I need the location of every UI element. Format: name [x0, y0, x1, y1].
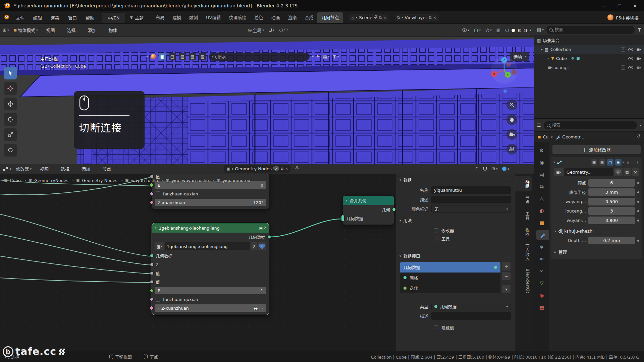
- ne-menu-add[interactable]: 添加: [78, 164, 94, 174]
- overlay-toggle[interactable]: ▾: [502, 167, 509, 171]
- collapse-icon[interactable]: ▾: [146, 55, 148, 58]
- pan-hand-icon[interactable]: [506, 114, 517, 125]
- usage-section-header[interactable]: ▾ 用法: [396, 215, 515, 225]
- search-input[interactable]: [218, 54, 306, 59]
- node-tree-selector[interactable]: ▣ ▾ Geometry Nodes ✓ ⧉ ×: [224, 165, 290, 173]
- funnel-icon[interactable]: [637, 28, 641, 32]
- sidebar-tab-node-presets[interactable]: 节点收入: [518, 241, 532, 264]
- interface-item-mesh[interactable]: 网格: [400, 273, 500, 283]
- pin-icon[interactable]: [374, 15, 377, 20]
- keyframe-dot-icon[interactable]: [637, 220, 639, 222]
- tab-compositing[interactable]: 合成: [301, 12, 317, 23]
- group-section-header[interactable]: ▾ 群组 ⋮⋮: [396, 174, 515, 185]
- search-input[interactable]: [555, 27, 632, 32]
- boolean-row[interactable]: fanzhuan-quxian: [152, 189, 269, 198]
- disable-render-camera-icon[interactable]: [636, 48, 641, 51]
- editor-type-outliner[interactable]: ▤ ▾: [537, 27, 544, 32]
- tab-tool-icon[interactable]: ⚙: [536, 146, 548, 155]
- group-name[interactable]: 1gebianshang-xiaohengliang: [165, 242, 250, 250]
- vp-menu-object[interactable]: 物体: [105, 25, 121, 35]
- socket-type-dropdown[interactable]: 几何数据 ▾: [431, 303, 511, 310]
- manage-section-header[interactable]: ▸ 管理: [551, 246, 642, 256]
- collapse-node-icon[interactable]: ▾: [155, 226, 157, 230]
- node-header[interactable]: ▾ 1gebianshang-xiaohengliang ▣ 2: [152, 223, 269, 233]
- language-toggle-button[interactable]: 中/EN: [102, 13, 125, 22]
- disable-render-camera-icon[interactable]: [636, 57, 641, 60]
- pin-icon[interactable]: [295, 166, 299, 172]
- item-menu-button[interactable]: ▾: [502, 285, 511, 293]
- properties-search[interactable]: [544, 121, 637, 129]
- ne-menu-select[interactable]: 选择: [57, 164, 73, 174]
- blender-logo-icon[interactable]: [3, 2, 11, 10]
- realtime-toggle-icon[interactable]: ▢: [607, 159, 613, 166]
- color-tag-dropdown[interactable]: 无 ▾: [431, 205, 511, 213]
- modifier-panel-header[interactable]: ▾ ▣ ▦ ▢ ◉ ▾ × ⋮⋮: [551, 157, 642, 167]
- interface-item-iteration[interactable]: 迭代: [400, 283, 500, 293]
- field-value-slider[interactable]: 0.500: [588, 198, 635, 205]
- interface-section-header[interactable]: ▾ 群组接口 ⋮⋮: [396, 250, 515, 261]
- tab-modifiers-icon[interactable]: [536, 230, 549, 240]
- snap-grid-dropdown[interactable]: ⊞ ▾: [491, 166, 497, 171]
- chevron-down-icon[interactable]: ▾: [640, 124, 641, 127]
- transform-tool[interactable]: [4, 144, 17, 157]
- hide-eye-icon[interactable]: [628, 57, 633, 60]
- add-modifier-button[interactable]: ＋ 添加修改器: [552, 145, 641, 154]
- hide-value-checkbox-row[interactable]: 隐藏值: [434, 324, 511, 331]
- tab-world-icon[interactable]: ◐: [536, 206, 548, 216]
- close-button[interactable]: ×: [627, 0, 643, 11]
- new-viewlayer-icon[interactable]: ⧉: [429, 15, 432, 20]
- editor-type-nodes[interactable]: ▾: [3, 167, 11, 171]
- menu-help[interactable]: 帮助: [82, 13, 98, 22]
- viewport-search[interactable]: [209, 53, 310, 61]
- node-header[interactable]: ▾ 合并几何: [343, 196, 394, 205]
- tab-output-icon[interactable]: ▤: [536, 170, 548, 179]
- value-socket[interactable]: [150, 272, 154, 275]
- value-socket[interactable]: [150, 175, 154, 178]
- outliner-row-scene-collection[interactable]: ▦ 场景集合: [534, 36, 644, 45]
- collapse-node-icon[interactable]: ▾: [346, 199, 347, 202]
- add-item-button[interactable]: ＋: [502, 262, 511, 270]
- shading-solid-icon[interactable]: ●: [511, 27, 515, 33]
- sidebar-tab-tool[interactable]: 工具: [518, 208, 532, 224]
- maximize-button[interactable]: □: [612, 0, 627, 11]
- breadcrumb-item[interactable]: Geometry Nodes: [82, 178, 117, 183]
- checkbox[interactable]: [156, 191, 160, 196]
- geometry-output-socket[interactable]: [392, 208, 396, 212]
- keyframe-dot-icon[interactable]: [637, 201, 639, 203]
- field-value-slider[interactable]: 3 mm: [588, 188, 635, 196]
- overlays-dropdown[interactable]: ◎ ▾: [485, 27, 492, 33]
- exclude-checkbox[interactable]: [621, 65, 625, 70]
- filter-toggle-1[interactable]: ▣: [159, 53, 166, 60]
- extras-menu-icon[interactable]: ▾: [623, 161, 625, 164]
- group-name[interactable]: Geometry...: [565, 168, 613, 176]
- subsection-header[interactable]: ▾ diji-shuju-shezhi: [551, 226, 642, 235]
- keyframe-dot-icon[interactable]: [637, 182, 639, 184]
- field-value-slider[interactable]: 0.2 mm: [588, 237, 635, 244]
- copy-tree-icon[interactable]: ⧉: [281, 167, 283, 171]
- breadcrumb-modifier[interactable]: Geometr...: [562, 134, 584, 139]
- tab-layout[interactable]: 布局: [152, 12, 168, 23]
- viewport-3d[interactable]: ⊞ ▾ ■ 物体模式 ▾ 视图 选择 添加 物体 ◎ 全局 ▾ ▾ ○ ◠ ▾: [0, 24, 534, 164]
- shading-rendered-icon[interactable]: ◑: [524, 27, 527, 33]
- slider-right-arrow-icon[interactable]: ›: [262, 306, 263, 311]
- unlink-tree-icon[interactable]: ×: [285, 167, 288, 171]
- new-scene-icon[interactable]: ⧉: [379, 15, 382, 20]
- tab-sculpt[interactable]: 雕刻: [185, 12, 202, 23]
- keyframe-dot-icon[interactable]: [637, 240, 639, 242]
- checkbox[interactable]: [434, 228, 438, 233]
- socket-description-input[interactable]: [431, 312, 511, 320]
- remove-item-button[interactable]: −: [502, 272, 511, 280]
- tab-texture-icon[interactable]: ▦: [536, 303, 548, 312]
- sidebar-tab-blenderkit[interactable]: BlenderKit: [518, 265, 532, 297]
- menu-file[interactable]: 文件: [12, 13, 28, 22]
- field-value-slider[interactable]: 0.800: [588, 217, 635, 224]
- material-ball-icon[interactable]: [151, 54, 156, 59]
- fake-user-shield-icon[interactable]: ✓: [273, 166, 279, 172]
- toggle-grid-icon[interactable]: [506, 144, 517, 155]
- editor-type-properties[interactable]: ☰: [537, 123, 541, 128]
- checkbox[interactable]: [156, 297, 160, 302]
- sidebar-tab-node[interactable]: 节点: [518, 192, 532, 207]
- proportional-edit-toggle[interactable]: ○ ◠: [279, 27, 288, 33]
- scale-tool[interactable]: [4, 128, 17, 141]
- filter-toggle-2[interactable]: ▤: [169, 53, 176, 60]
